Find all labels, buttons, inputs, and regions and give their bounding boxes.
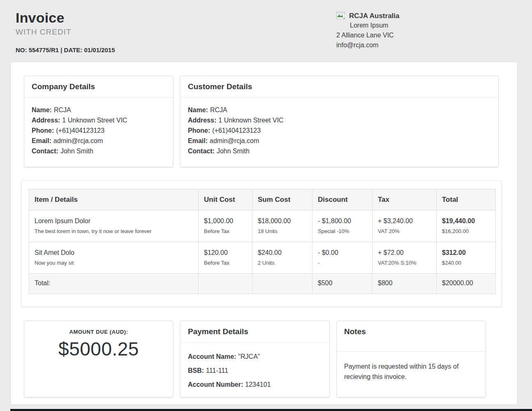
customer-address-field: Address:1 Unknown Street VIC: [188, 115, 491, 125]
col-header-item-details: Item / Details: [29, 189, 199, 210]
company-name-field: Name:RCJA: [32, 105, 166, 115]
account-name-field: Account Name:"RJCA": [188, 350, 322, 364]
broken-image-icon: [336, 12, 345, 20]
seller-line2: Lorem Ipsum: [350, 21, 406, 30]
company-details-title: Company Details: [32, 82, 95, 91]
item-row-2: Sit Amet Dolo Now you may sit $120.00 Be…: [29, 242, 496, 274]
account-number-field: Account Number:1234101: [188, 378, 322, 392]
payment-details-panel: Payment Details Account Name:"RJCA" BSB:…: [180, 321, 330, 397]
row-total-value: $312.00: [442, 248, 490, 258]
sum-cost-note: 2 Units: [258, 259, 307, 267]
row-total-value: $19,440.00: [442, 216, 490, 226]
discount-note: -: [318, 259, 367, 267]
col-header-unit-cost: Unit Cost: [199, 189, 252, 210]
total-tax: $800: [372, 274, 437, 294]
page-bottom-bar: [10, 409, 532, 411]
bsb-field: BSB:111-111: [188, 364, 322, 378]
unit-cost-value: $120.00: [204, 248, 247, 258]
customer-email-field: Email:admin@rcja.com: [188, 136, 491, 146]
payment-details-title: Payment Details: [188, 327, 248, 336]
notes-panel: Notes Payment is requested within 15 day…: [336, 321, 486, 397]
sum-cost-note: 18 Units: [258, 228, 307, 235]
unit-cost-note: Before Tax: [204, 259, 247, 267]
col-header-total: Total: [437, 189, 496, 210]
discount-note: Special -10%: [318, 228, 367, 235]
invoice-number-date: NO: 554775/R1 | DATE: 01/01/2015: [16, 46, 115, 53]
company-address-field: Address:1 Unknown Street VIC: [32, 115, 166, 125]
unit-cost-value: $1,000.00: [204, 216, 247, 226]
seller-block: RCJA Australia Lorem Ipsum 2 Alliance La…: [336, 12, 406, 50]
item-description: The best lorem in town, try it now or le…: [35, 228, 193, 235]
invoice-header: Invoice WITH CREDIT NO: 554775/R1 | DATE…: [16, 10, 115, 53]
sum-cost-value: $240.00: [258, 248, 307, 258]
items-table: Item / Details Unit Cost Sum Cost Discou…: [29, 189, 496, 294]
grand-total: $20000.00: [437, 274, 496, 294]
invoice-card: Company Details Name:RCJA Address:1 Unkn…: [10, 62, 518, 405]
items-table-wrapper: Item / Details Unit Cost Sum Cost Discou…: [21, 180, 502, 307]
company-email-field: Email:admin@rcja.com: [32, 136, 166, 146]
tax-note: VAT:20% S:10%: [378, 259, 431, 267]
amount-due-value: $5000.25: [24, 338, 173, 360]
company-contact-field: Contact:John Smith: [32, 146, 166, 156]
total-row-label: Total:: [29, 274, 199, 294]
tax-value: + $72.00: [378, 248, 431, 258]
discount-value: - $1,800.00: [318, 216, 367, 226]
company-details-panel: Company Details Name:RCJA Address:1 Unkn…: [24, 76, 173, 167]
tax-note: VAT 20%: [378, 228, 431, 235]
customer-name-field: Name:RCJA: [188, 105, 491, 115]
col-header-sum-cost: Sum Cost: [252, 189, 312, 210]
row-total-note: $240.00: [442, 259, 490, 267]
total-discount: $500: [312, 274, 372, 294]
seller-name: RCJA Australia: [349, 12, 400, 21]
col-header-discount: Discount: [312, 189, 372, 210]
item-description: Now you may sit: [35, 259, 193, 267]
table-header-row: Item / Details Unit Cost Sum Cost Discou…: [29, 189, 496, 210]
customer-details-panel: Customer Details Name:RCJA Address:1 Unk…: [180, 76, 499, 167]
tax-value: + $3,240.00: [378, 216, 431, 226]
sum-cost-value: $18,000.00: [258, 216, 307, 226]
customer-details-title: Customer Details: [188, 82, 252, 91]
item-row-1: Lorem Ipsum Dolor The best lorem in town…: [29, 210, 496, 242]
details-row: Company Details Name:RCJA Address:1 Unkn…: [24, 76, 499, 167]
bottom-row: AMOUNT DUE (AUD): $5000.25 Payment Detai…: [24, 321, 499, 397]
amount-due-panel: AMOUNT DUE (AUD): $5000.25: [24, 321, 173, 397]
seller-email: info@rcja.com: [336, 40, 406, 50]
company-phone-field: Phone:(+61)404123123: [32, 125, 166, 136]
amount-due-label: AMOUNT DUE (AUD):: [24, 329, 173, 335]
page-title: Invoice: [16, 10, 115, 25]
unit-cost-note: Before Tax: [204, 228, 247, 235]
notes-title: Notes: [344, 327, 366, 336]
seller-address: 2 Alliance Lane VIC: [336, 30, 406, 40]
discount-value: - $0.00: [318, 248, 367, 258]
customer-contact-field: Contact:John Smith: [188, 146, 491, 156]
invoice-subtitle: WITH CREDIT: [16, 28, 115, 37]
col-header-tax: Tax: [372, 189, 437, 210]
item-name: Sit Amet Dolo: [35, 248, 193, 258]
item-name: Lorem Ipsum Dolor: [35, 216, 193, 226]
row-total-note: $16,200.00: [442, 228, 490, 235]
notes-text: Payment is requested within 15 days of r…: [344, 359, 478, 382]
customer-phone-field: Phone:(+61)404123123: [188, 125, 491, 136]
total-row: Total: $500 $800 $20000.00: [29, 274, 496, 294]
